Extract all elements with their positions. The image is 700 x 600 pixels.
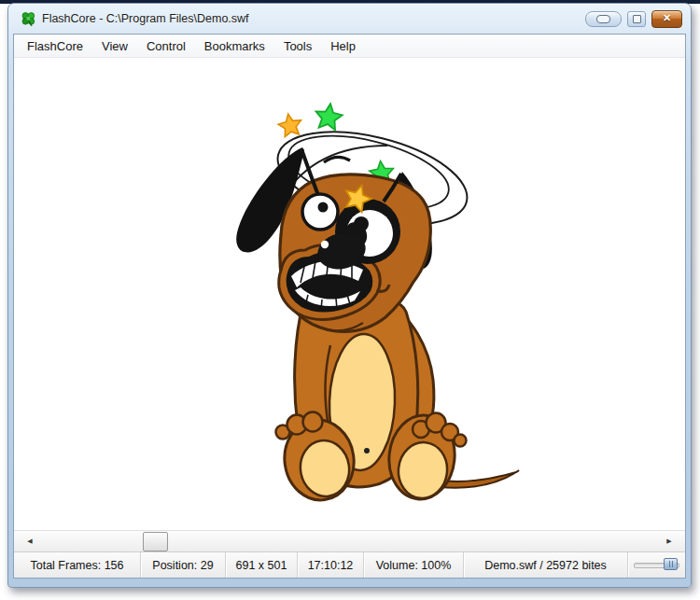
clover-icon (21, 11, 36, 27)
scroll-right-icon[interactable]: ▶ (661, 531, 678, 551)
dizzy-dog-animation (14, 58, 685, 530)
window-controls: ✕ (585, 10, 682, 28)
maximize-icon (633, 15, 641, 23)
menu-control[interactable]: Control (137, 36, 195, 56)
menu-view[interactable]: View (92, 36, 137, 56)
menu-flashcore[interactable]: FlashCore (18, 36, 92, 56)
maximize-button[interactable] (627, 11, 646, 27)
status-position: Position: 29 (141, 552, 226, 578)
menu-bookmarks[interactable]: Bookmarks (195, 36, 274, 56)
close-button[interactable]: ✕ (651, 10, 682, 28)
minimize-icon (596, 15, 610, 23)
volume-slider-track[interactable] (634, 563, 679, 568)
status-bar: Total Frames: 156 Position: 29 691 x 501… (14, 551, 685, 578)
client-area: FlashCore View Control Bookmarks Tools H… (13, 34, 686, 579)
minimize-button[interactable] (585, 11, 622, 27)
flash-stage (14, 58, 685, 530)
horizontal-scrollbar[interactable]: ◀ ▶ (14, 530, 685, 551)
status-volume: Volume: 100% (364, 552, 464, 578)
scrollbar-thumb[interactable] (143, 532, 168, 551)
window-title: FlashCore - C:\Program Files\Demo.swf (42, 12, 249, 25)
title-bar[interactable]: FlashCore - C:\Program Files\Demo.swf ✕ (8, 4, 691, 34)
status-total-frames: Total Frames: 156 (14, 552, 141, 578)
dog-left-eye (302, 194, 338, 230)
volume-slider-thumb[interactable] (664, 558, 678, 570)
menu-bar: FlashCore View Control Bookmarks Tools H… (14, 35, 685, 58)
flashcore-window: FlashCore - C:\Program Files\Demo.swf ✕ … (7, 3, 692, 588)
scroll-left-icon[interactable]: ◀ (21, 531, 38, 551)
status-stage-size: 691 x 501 (226, 552, 298, 578)
menu-tools[interactable]: Tools (274, 36, 321, 56)
volume-slider-pane (628, 552, 685, 578)
status-time: 17:10:12 (298, 552, 364, 578)
status-file-info: Demo.swf / 25972 bites (464, 552, 628, 578)
menu-help[interactable]: Help (321, 36, 365, 56)
belly-button (364, 448, 370, 453)
